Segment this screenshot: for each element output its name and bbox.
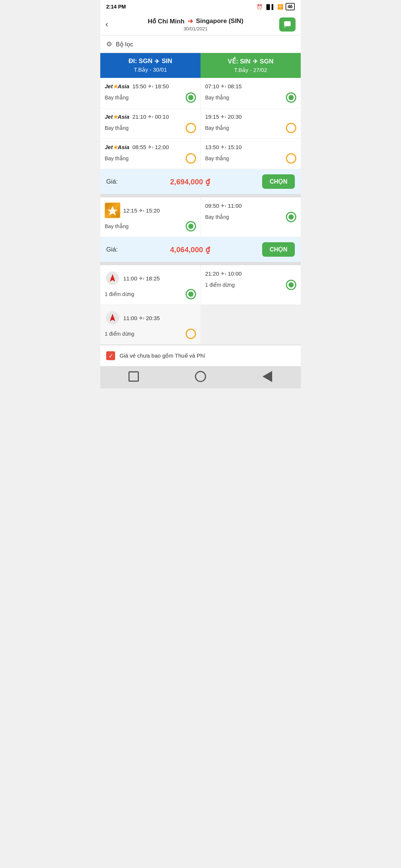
checkbox-label: Giá vé chưa bao gồm Thuế và Phí [120, 352, 205, 359]
back-button[interactable]: ‹ [105, 20, 108, 29]
plane-arrow-icon-go-4: ✈› [139, 208, 144, 213]
vna-logo-2 [105, 310, 120, 326]
nav-square-button[interactable] [128, 371, 140, 382]
flight-cell-return-1[interactable]: 07:10 ✈› 08:15 Bay thẳng [201, 78, 301, 108]
flight-row-5: 11:00 ✈› 18:25 1 điểm dừng 21:20 ✈› 10:0… [100, 265, 301, 305]
flight-cell-go-4[interactable]: 12:15 ✈› 15:20 Bay thẳng [100, 197, 201, 237]
flight-type-row-return-5: 1 điểm dừng [205, 280, 297, 290]
time-go-6: 11:00 ✈› 20:35 [123, 315, 160, 321]
tab-return-to: SGN [260, 58, 274, 65]
flight-type-go-6: 1 điểm dừng [105, 331, 134, 337]
time-return-4: 09:50 ✈› 11:00 [205, 203, 242, 209]
arrive-time-return-3: 15:10 [228, 144, 242, 150]
battery-display: 46 [286, 3, 295, 10]
radio-selected-go-5[interactable] [186, 289, 196, 299]
filter-bar[interactable]: ⚙ Bộ lọc [100, 36, 301, 53]
arrive-time-return-1: 08:15 [228, 83, 242, 89]
price-row-1: Giá: 2,694,000 ₫ CHỌN [100, 169, 301, 197]
bottom-checkbox[interactable]: ✓ Giá vé chưa bao gồm Thuế và Phí [100, 345, 301, 366]
checkbox-icon[interactable]: ✓ [106, 351, 115, 360]
header: ‹ Hồ Chí Minh ➜ Singapore (SIN) 30/01/20… [100, 13, 301, 36]
plane-arrow-icon-return-3: ✈› [221, 144, 226, 150]
time-return-2: 19:15 ✈› 20:30 [205, 114, 242, 120]
tab-go[interactable]: ĐI: SGN ✈ SIN T.Bảy - 30/01 [100, 53, 200, 78]
flight-cell-go-2[interactable]: Jet★Asia 21:10 ✈› 00:10 Bay thẳng [100, 108, 201, 138]
depart-time-go-2: 21:10 [132, 114, 146, 120]
nav-home-button[interactable] [195, 371, 206, 382]
nav-bar [100, 366, 301, 388]
flight-cell-go-1[interactable]: Jet★Asia 15:50 ✈› 18:50 Bay thẳng [100, 78, 201, 108]
plane-arrow-icon-return-4: ✈› [221, 203, 226, 208]
radio-selected-return-5[interactable] [286, 280, 296, 290]
flight-type-go-4: Bay thẳng [105, 223, 128, 229]
airline-time-return-3: 13:50 ✈› 15:10 [205, 144, 297, 150]
depart-time-go-4: 12:15 [123, 207, 137, 214]
flight-type-go-2: Bay thẳng [105, 125, 128, 131]
depart-time-return-1: 07:10 [205, 83, 219, 89]
plane-arrow-icon-return-5: ✈› [221, 271, 226, 276]
nav-back-button[interactable] [261, 371, 273, 382]
flight-cell-return-2[interactable]: 19:15 ✈› 20:30 Bay thẳng [201, 108, 301, 138]
arrive-time-go-1: 18:50 [155, 83, 169, 89]
chon-button-2[interactable]: CHỌN [262, 242, 295, 257]
depart-time-go-6: 11:00 [123, 315, 137, 321]
radio-selected-return-4[interactable] [286, 212, 296, 222]
radio-selected-go-1[interactable] [186, 92, 196, 103]
tab-go-date: T.Bảy - 30/01 [103, 66, 198, 73]
header-route: Hồ Chí Minh ➜ Singapore (SIN) [112, 17, 279, 25]
jetasia-logo-2: Jet★Asia [105, 114, 129, 120]
radio-unselected-go-6[interactable] [186, 329, 196, 339]
arrive-time-go-4: 15:20 [146, 207, 160, 214]
radio-selected-go-4[interactable] [186, 221, 196, 231]
flight-type-row-go-4: Bay thẳng [105, 221, 196, 231]
jetasia-logo-3: Jet★Asia [105, 144, 129, 150]
flight-type-return-1: Bay thẳng [205, 95, 229, 101]
flight-row-4: 12:15 ✈› 15:20 Bay thẳng 09:50 ✈› 11:00 … [100, 197, 301, 237]
flight-type-return-3: Bay thẳng [205, 155, 229, 161]
flight-type-go-3: Bay thẳng [105, 155, 128, 161]
nav-circle-icon [195, 371, 206, 382]
airline-time-return-4: 09:50 ✈› 11:00 [205, 203, 297, 209]
tab-go-from: ĐI: SGN [128, 57, 152, 65]
flight-cell-return-4[interactable]: 09:50 ✈› 11:00 Bay thẳng [201, 197, 301, 237]
plane-arrow-icon-go-2: ✈› [148, 114, 153, 119]
flight-cell-return-3[interactable]: 13:50 ✈› 15:10 Bay thẳng [201, 139, 301, 169]
alarm-icon: ⏰ [257, 4, 263, 10]
chon-button-1[interactable]: CHỌN [262, 174, 295, 189]
flight-cell-return-6 [201, 305, 301, 344]
plane-arrow-icon-go-6: ✈› [139, 315, 144, 321]
flight-type-row-return-3: Bay thẳng [205, 153, 297, 164]
chat-button[interactable] [279, 17, 296, 32]
radio-unselected-go-2[interactable] [186, 123, 196, 133]
flight-type-row-return-1: Bay thẳng [205, 92, 297, 103]
arrive-time-go-3: 12:00 [155, 144, 169, 150]
flight-row-2: Jet★Asia 21:10 ✈› 00:10 Bay thẳng 19:15 … [100, 108, 301, 139]
flight-row-6: 11:00 ✈› 20:35 1 điểm dừng [100, 305, 301, 345]
tab-return[interactable]: VỀ: SIN ✈ SGN T.Bảy - 27/02 [200, 53, 301, 78]
flight-cell-go-3[interactable]: Jet★Asia 08:55 ✈› 12:00 Bay thẳng [100, 139, 201, 169]
radio-selected-return-1[interactable] [286, 92, 296, 103]
radio-unselected-go-3[interactable] [186, 153, 196, 164]
tab-header: ĐI: SGN ✈ SIN T.Bảy - 30/01 VỀ: SIN ✈ SG… [100, 53, 301, 78]
arrive-time-return-4: 11:00 [228, 203, 242, 209]
flight-cell-go-6[interactable]: 11:00 ✈› 20:35 1 điểm dừng [100, 305, 201, 344]
flight-cell-go-5[interactable]: 11:00 ✈› 18:25 1 điểm dừng [100, 265, 201, 305]
depart-time-go-5: 11:00 [123, 275, 137, 282]
nav-square-icon [128, 371, 139, 382]
radio-unselected-return-2[interactable] [286, 123, 296, 133]
airline-time-return-1: 07:10 ✈› 08:15 [205, 83, 297, 89]
route-arrow-icon: ➜ [188, 17, 193, 25]
price-label-2: Giá: [106, 246, 118, 253]
time-return-1: 07:10 ✈› 08:15 [205, 83, 242, 89]
price-value-2: 4,064,000 ₫ [170, 245, 210, 254]
price-value-1: 2,694,000 ₫ [170, 177, 210, 186]
time-go-2: 21:10 ✈› 00:10 [132, 114, 169, 120]
filter-icon: ⚙ [106, 40, 112, 48]
airline-time-go-6: 11:00 ✈› 20:35 [105, 310, 196, 326]
flight-type-row-go-1: Bay thẳng [105, 92, 196, 103]
time-go-5: 11:00 ✈› 18:25 [123, 275, 160, 282]
radio-unselected-return-3[interactable] [286, 153, 296, 164]
flight-cell-return-5[interactable]: 21:20 ✈› 10:00 1 điểm dừng [201, 265, 301, 305]
plane-arrow-icon-go-5: ✈› [139, 276, 144, 281]
flight-row-1: Jet★Asia 15:50 ✈› 18:50 Bay thẳng 07:10 … [100, 78, 301, 108]
